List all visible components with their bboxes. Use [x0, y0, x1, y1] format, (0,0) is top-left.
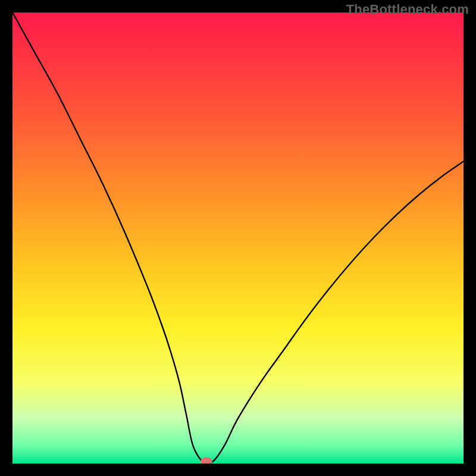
chart-svg	[12, 12, 464, 464]
gradient-background	[12, 12, 464, 464]
watermark-label: TheBottleneck.com	[346, 2, 469, 17]
plot-area	[12, 12, 464, 464]
chart-frame: TheBottleneck.com	[0, 0, 476, 476]
